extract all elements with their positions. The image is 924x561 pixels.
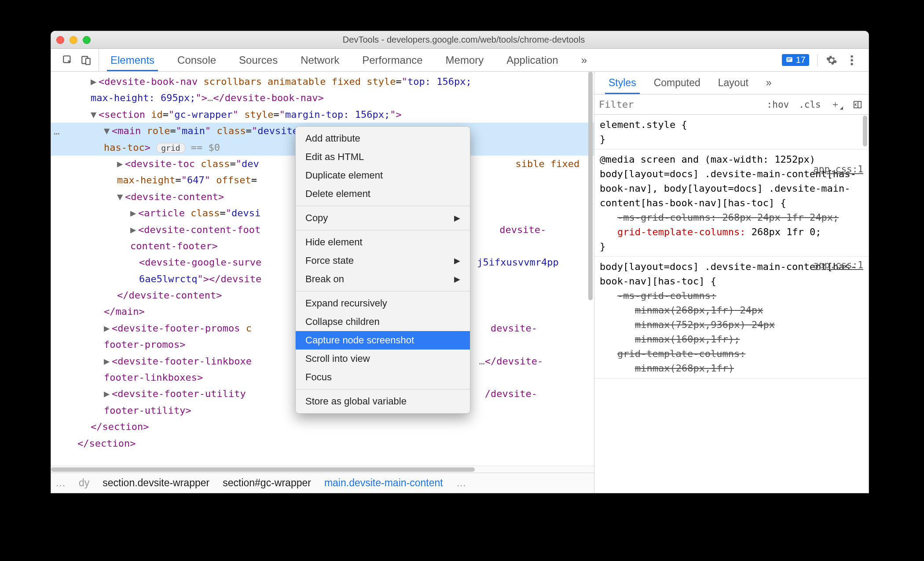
menu-item[interactable]: Edit as HTML	[296, 148, 470, 166]
tab-performance[interactable]: Performance	[351, 49, 434, 71]
cls-toggle[interactable]: .cls	[797, 99, 823, 110]
menu-item-label: Expand recursively	[305, 298, 387, 309]
sidebar-toggle-icon[interactable]	[851, 100, 864, 109]
grid-badge[interactable]: grid	[156, 143, 185, 153]
menu-item-label: Capture node screenshot	[305, 335, 414, 346]
tree-row[interactable]: max-height: 695px;">…</devsite-book-nav>	[51, 90, 594, 106]
breadcrumb-ell-right[interactable]: …	[456, 477, 466, 489]
menu-separator	[296, 206, 470, 206]
tab-console[interactable]: Console	[166, 49, 227, 71]
scrollbar[interactable]	[863, 116, 867, 146]
traffic-lights	[56, 36, 91, 44]
prop-name: grid-template-columns:	[617, 226, 745, 237]
menu-item[interactable]: Store as global variable	[296, 392, 470, 411]
breadcrumb-item[interactable]: section.devsite-wrapper	[103, 477, 209, 489]
menu-item[interactable]: Copy▶	[296, 209, 470, 227]
tab-layout[interactable]: Layout	[709, 72, 757, 94]
source-link[interactable]: app.css:1	[813, 259, 863, 273]
device-toggle-icon[interactable]	[80, 54, 92, 66]
svg-point-8	[851, 62, 853, 65]
tree-row[interactable]: ▼<section id="gc-wrapper" style="margin-…	[51, 106, 594, 123]
inspect-icon[interactable]	[62, 54, 74, 66]
minimize-icon[interactable]	[70, 36, 77, 44]
menu-item[interactable]: Scroll into view	[296, 350, 470, 368]
prop-strike: -ms-grid-columns: 268px 24px 1fr 24px;	[600, 210, 863, 225]
menu-item[interactable]: Break on▶	[296, 270, 470, 288]
menu-item-label: Add attribute	[305, 133, 360, 144]
prop-value: minmax(268px,1fr)	[600, 361, 863, 375]
menu-item-label: Force state	[305, 255, 354, 266]
kebab-icon[interactable]	[846, 54, 858, 66]
tree-row[interactable]: </section>	[51, 419, 594, 435]
menu-item-label: Collapse children	[305, 316, 380, 328]
breadcrumb-item[interactable]: section#gc-wrapper	[223, 477, 311, 489]
tab-label: Memory	[446, 54, 484, 66]
breadcrumb-item[interactable]: dy	[79, 477, 89, 489]
tab-overflow[interactable]: »	[570, 49, 598, 71]
menu-item[interactable]: Hide element	[296, 233, 470, 251]
menu-item-label: Scroll into view	[305, 353, 370, 364]
style-rule[interactable]: app.css:1 body[layout=docs] .devsite-mai…	[594, 257, 869, 379]
styles-body[interactable]: element.style { } app.css:1 @media scree…	[594, 115, 869, 493]
menu-item[interactable]: Duplicate element	[296, 166, 470, 185]
tab-elements[interactable]: Elements	[99, 49, 166, 71]
new-rule-icon[interactable]: ＋◢	[829, 98, 845, 111]
styles-tabbar: Styles Computed Layout »	[594, 72, 869, 95]
menu-item-label: Edit as HTML	[305, 151, 364, 163]
prop-strike: minmax(268px,1fr) 24px	[600, 303, 863, 317]
gear-icon[interactable]	[825, 54, 838, 66]
titlebar: DevTools - developers.google.com/web/too…	[51, 31, 869, 49]
styles-pane: Styles Computed Layout » :hov .cls ＋◢ el…	[594, 72, 869, 493]
overflow-icon: »	[581, 54, 587, 66]
menu-item[interactable]: Collapse children	[296, 313, 470, 331]
brace-close: }	[600, 239, 863, 254]
tree-row[interactable]: </section>	[51, 435, 594, 452]
tab-label: Console	[177, 54, 216, 66]
source-link[interactable]: app.css:1	[813, 163, 863, 177]
svg-rect-4	[787, 58, 791, 59]
zoom-icon[interactable]	[83, 36, 91, 44]
selector-text: element.style {	[600, 117, 863, 132]
errors-badge[interactable]: 17	[782, 54, 809, 66]
filter-input[interactable]	[599, 99, 759, 110]
menu-item[interactable]: Focus	[296, 368, 470, 386]
menu-item-label: Focus	[305, 372, 332, 383]
style-rule[interactable]: element.style { }	[594, 115, 869, 149]
scrollbar[interactable]	[586, 72, 594, 327]
tab-label: Sources	[239, 54, 278, 66]
tab-label: Elements	[110, 54, 154, 66]
svg-rect-2	[86, 58, 90, 64]
brace-close: }	[600, 132, 863, 146]
menu-item[interactable]: Expand recursively	[296, 294, 470, 313]
menu-item[interactable]: Delete element	[296, 185, 470, 203]
tree-row[interactable]: ▶<devsite-book-nav scrollbars animatable…	[51, 73, 594, 90]
devtools-window: DevTools - developers.google.com/web/too…	[51, 31, 869, 493]
svg-rect-5	[787, 59, 790, 60]
tab-network[interactable]: Network	[289, 49, 351, 71]
menu-item[interactable]: Capture node screenshot	[296, 331, 470, 350]
h-scrollbar[interactable]	[51, 466, 594, 473]
menu-item[interactable]: Add attribute	[296, 129, 470, 148]
menu-item-label: Break on	[305, 273, 344, 285]
tab-computed[interactable]: Computed	[645, 72, 709, 94]
toolbar-left	[55, 49, 99, 71]
main-tabbar: Elements Console Sources Network Perform…	[51, 49, 869, 72]
tab-sources[interactable]: Sources	[227, 49, 289, 71]
tab-styles[interactable]: Styles	[600, 72, 645, 94]
tab-memory[interactable]: Memory	[434, 49, 495, 71]
style-rule[interactable]: app.css:1 @media screen and (max-width: …	[594, 149, 869, 257]
styles-overflow[interactable]: »	[757, 72, 781, 94]
menu-item[interactable]: Force state▶	[296, 251, 470, 270]
prop-name: grid-template-columns:	[617, 348, 745, 359]
breadcrumb-ell-left[interactable]: …	[55, 477, 66, 489]
prop-strike: minmax(160px,1fr);	[600, 332, 863, 346]
breadcrumb-item-active[interactable]: main.devsite-main-content	[324, 477, 443, 489]
dots-icon[interactable]: ⋯	[54, 125, 59, 142]
menu-item-label: Copy	[305, 212, 328, 224]
close-icon[interactable]	[56, 36, 64, 44]
hov-toggle[interactable]: :hov	[765, 99, 791, 110]
menu-item-label: Store as global variable	[305, 396, 407, 407]
breadcrumb: … dy section.devsite-wrapper section#gc-…	[51, 473, 594, 493]
tab-label: Application	[506, 54, 558, 66]
tab-application[interactable]: Application	[495, 49, 569, 71]
